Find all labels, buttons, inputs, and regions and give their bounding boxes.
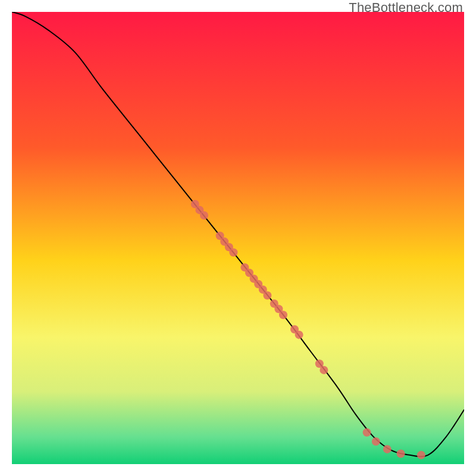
chart-frame: TheBottleneck.com — [0, 0, 476, 476]
sample-point — [200, 211, 208, 220]
sample-point — [383, 445, 392, 453]
sample-point — [295, 331, 303, 339]
chart-svg — [12, 12, 464, 464]
sample-point — [279, 311, 287, 319]
sample-point — [372, 437, 380, 446]
plot-area — [12, 12, 464, 464]
sample-point — [320, 366, 328, 374]
gradient-background — [12, 12, 464, 464]
sample-point — [363, 428, 371, 437]
sample-point — [397, 450, 405, 458]
sample-point — [417, 451, 425, 459]
sample-point — [263, 292, 271, 300]
sample-point — [229, 248, 237, 256]
